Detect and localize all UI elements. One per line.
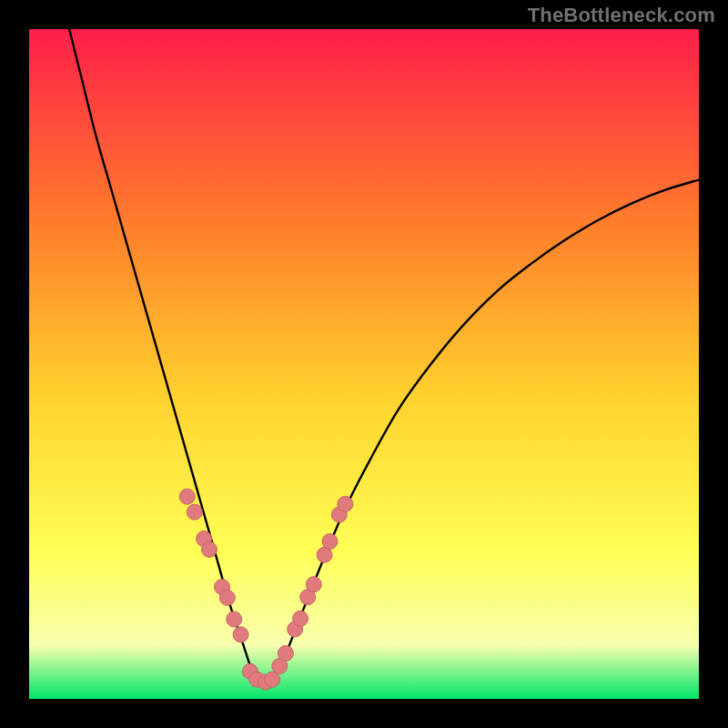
chart-container: TheBottleneck.com bbox=[0, 0, 728, 728]
bottleneck-chart bbox=[29, 29, 699, 699]
data-dot bbox=[233, 627, 248, 642]
data-dot bbox=[338, 496, 353, 511]
watermark-text: TheBottleneck.com bbox=[528, 4, 715, 27]
data-dot bbox=[322, 534, 338, 550]
data-dot bbox=[306, 577, 321, 592]
data-dot bbox=[219, 590, 235, 605]
data-dot bbox=[201, 541, 217, 557]
gradient-background bbox=[29, 29, 699, 699]
data-dot bbox=[293, 611, 308, 626]
data-dot bbox=[227, 612, 242, 627]
data-dot bbox=[187, 504, 202, 520]
data-dot bbox=[265, 672, 280, 687]
plot-area bbox=[29, 29, 699, 699]
data-dot bbox=[179, 489, 195, 504]
data-dot bbox=[278, 645, 293, 661]
